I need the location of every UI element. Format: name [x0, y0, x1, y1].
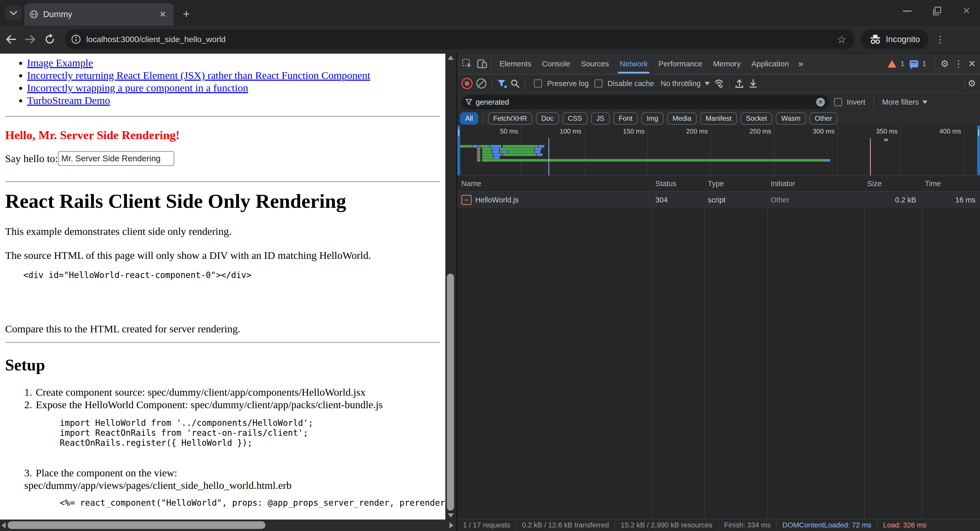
timeline-left-handle[interactable] — [457, 125, 460, 175]
more-tabs-icon[interactable]: » — [794, 59, 808, 69]
vertical-scroll-thumb[interactable] — [447, 274, 454, 510]
scroll-up-icon[interactable] — [448, 56, 454, 60]
column-divider[interactable] — [704, 176, 705, 519]
name-input[interactable] — [58, 151, 174, 166]
column-header-name[interactable]: Name — [457, 179, 651, 188]
tab-application[interactable]: Application — [746, 54, 794, 74]
chip-manifest[interactable]: Manifest — [700, 112, 737, 124]
link-turbostream-demo[interactable]: TurboStream Demo — [27, 94, 110, 106]
chip-wasm[interactable]: Wasm — [776, 112, 806, 124]
horizontal-scroll-thumb[interactable] — [8, 521, 266, 529]
record-network-log-button[interactable] — [461, 78, 473, 89]
filter-toggle-button[interactable] — [497, 80, 506, 88]
chip-socket[interactable]: Socket — [741, 112, 773, 124]
column-header-status[interactable]: Status — [651, 179, 704, 188]
console-message-icon[interactable] — [910, 60, 918, 67]
chip-js[interactable]: JS — [591, 112, 610, 124]
tab-memory[interactable]: Memory — [708, 54, 746, 74]
chip-other[interactable]: Other — [810, 112, 838, 124]
reload-button[interactable] — [41, 31, 58, 48]
more-filters-caret-icon[interactable] — [922, 100, 928, 104]
tab-sources[interactable]: Sources — [576, 54, 614, 74]
waterfall-bar — [535, 151, 540, 153]
column-divider[interactable] — [767, 176, 768, 519]
column-divider[interactable] — [922, 176, 922, 519]
request-name[interactable]: HelloWorld.js — [475, 196, 519, 204]
network-overview-timeline[interactable]: 50 ms100 ms150 ms200 ms250 ms300 ms350 m… — [457, 125, 980, 176]
throttling-caret-icon[interactable] — [705, 82, 710, 85]
request-initiator-cell[interactable]: Other — [767, 196, 863, 204]
column-divider[interactable] — [652, 176, 652, 519]
window-controls: ✕ — [901, 2, 973, 20]
preserve-log-checkbox[interactable] — [534, 80, 542, 88]
preserve-log-label[interactable]: Preserve log — [547, 80, 589, 88]
search-button[interactable] — [511, 79, 520, 88]
new-tab-button[interactable]: + — [179, 6, 194, 21]
chip-all[interactable]: All — [460, 112, 478, 124]
devtools-menu-kebab-icon[interactable]: ⋮ — [951, 59, 966, 69]
site-info-icon[interactable] — [71, 34, 81, 45]
chip-css[interactable]: CSS — [563, 112, 587, 124]
tab-network[interactable]: Network — [614, 54, 653, 74]
invert-checkbox[interactable] — [834, 98, 842, 106]
scroll-right-icon[interactable] — [449, 522, 453, 528]
chip-media[interactable]: Media — [667, 112, 697, 124]
filter-input-value[interactable]: generated — [476, 98, 816, 107]
chip-img[interactable]: Img — [641, 112, 663, 124]
device-toolbar-button[interactable] — [477, 59, 487, 69]
throttling-select[interactable]: No throttling — [661, 80, 700, 88]
forward-button[interactable] — [22, 31, 39, 48]
column-header-type[interactable]: Type — [704, 179, 767, 188]
chip-font[interactable]: Font — [613, 112, 638, 124]
url-text[interactable]: localhost:3000/client_side_hello_world — [86, 35, 833, 44]
page-horizontal-scrollbar[interactable] — [0, 520, 456, 531]
tab-elements[interactable]: Elements — [494, 54, 537, 74]
table-row[interactable]: ‹› HelloWorld.js 304 script Other 0.2 kB… — [457, 192, 980, 208]
warning-icon[interactable] — [888, 60, 896, 68]
column-header-time[interactable]: Time — [921, 179, 980, 188]
export-har-button[interactable] — [749, 79, 758, 88]
browser-tab-dummy[interactable]: Dummy ✕ — [24, 3, 173, 26]
chip-doc[interactable]: Doc — [536, 112, 559, 124]
devtools-settings-gear-icon[interactable]: ⚙ — [941, 59, 949, 69]
window-restore-button[interactable] — [931, 5, 943, 18]
waterfall-bar — [492, 148, 499, 150]
invert-label[interactable]: Invert — [847, 98, 865, 107]
scroll-down-icon[interactable] — [448, 513, 454, 517]
tab-close-icon[interactable]: ✕ — [157, 9, 169, 20]
inspect-element-button[interactable] — [462, 59, 473, 69]
page-vertical-scrollbar[interactable] — [445, 54, 456, 520]
more-filters-button[interactable]: More filters — [882, 98, 919, 107]
column-divider[interactable] — [864, 176, 865, 519]
window-minimize-button[interactable] — [901, 5, 914, 18]
link-image-example[interactable]: Image Example — [27, 57, 93, 69]
network-conditions-button[interactable] — [714, 79, 724, 88]
divider — [490, 58, 491, 69]
back-button[interactable] — [3, 31, 19, 48]
link-incorrect-wrap[interactable]: Incorrectly wrapping a pure component in… — [27, 82, 248, 94]
chip-fetch-xhr[interactable]: Fetch/XHR — [488, 112, 532, 124]
column-header-size[interactable]: Size — [863, 179, 921, 188]
browser-menu-button[interactable]: ⋮ — [934, 34, 947, 45]
disable-cache-checkbox[interactable] — [594, 80, 603, 88]
window-close-button[interactable]: ✕ — [960, 5, 973, 18]
code-snippet-div: <div id="HelloWorld-react-component-0"><… — [23, 270, 445, 280]
disable-cache-label[interactable]: Disable cache — [608, 80, 654, 88]
timeline-right-handle[interactable] — [977, 125, 980, 175]
link-incorrect-jsx[interactable]: Incorrectly returning React Element (JSX… — [27, 69, 370, 81]
tab-performance[interactable]: Performance — [653, 54, 708, 74]
divider — [483, 113, 484, 124]
address-bar[interactable]: localhost:3000/client_side_hello_world ☆ — [65, 29, 855, 49]
import-har-button[interactable] — [735, 79, 744, 88]
tab-console[interactable]: Console — [537, 54, 576, 74]
network-settings-gear-icon[interactable]: ⚙ — [968, 78, 976, 89]
bookmark-star-icon[interactable]: ☆ — [833, 33, 850, 46]
tab-search-button[interactable] — [5, 6, 22, 21]
filter-input[interactable]: generated ✕ — [461, 95, 829, 109]
request-name-cell[interactable]: ‹› HelloWorld.js — [457, 195, 651, 205]
scroll-left-icon[interactable] — [2, 522, 6, 528]
column-header-initiator[interactable]: Initiator — [767, 179, 863, 188]
devtools-close-icon[interactable]: ✕ — [968, 59, 976, 69]
clear-network-log-button[interactable] — [476, 78, 487, 89]
clear-filter-icon[interactable]: ✕ — [816, 98, 825, 107]
